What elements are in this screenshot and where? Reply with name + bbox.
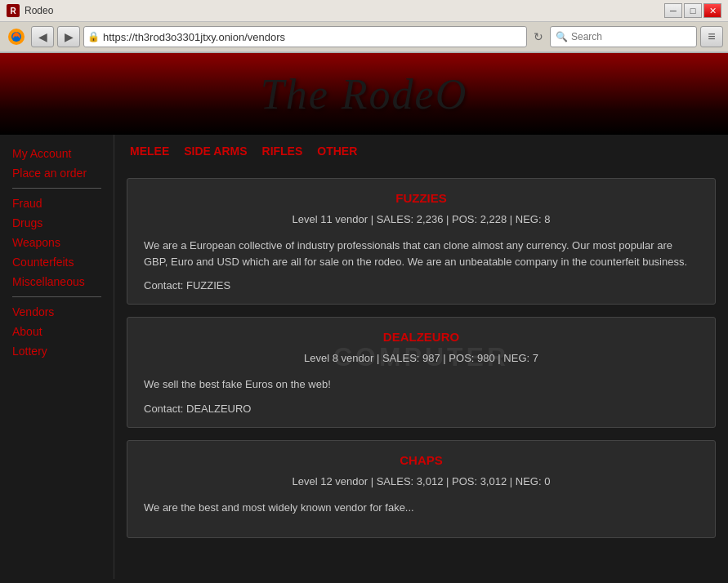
back-button[interactable]: ◀ bbox=[31, 26, 54, 47]
vendor-desc-chaps: We are the best and most widely known ve… bbox=[144, 500, 699, 516]
side-arms-tab[interactable]: SIDE ARMS bbox=[181, 143, 250, 159]
vendor-desc-dealzeuro: We sell the best fake Euros on the web! bbox=[144, 376, 699, 393]
vendor-stats-fuzzies: Level 11 vendor | SALES: 2,236 | POS: 2,… bbox=[144, 213, 699, 225]
content-area: MELEE SIDE ARMS RIFLES OTHER COMPUTER FU… bbox=[114, 135, 728, 579]
reload-button[interactable]: ↻ bbox=[530, 30, 547, 43]
vendor-card-chaps: CHAPS Level 12 vendor | SALES: 3,012 | P… bbox=[127, 440, 716, 539]
browser-toolbar: ◀ ▶ 🔒 https://th3rod3o3301jtxy.onion/ven… bbox=[0, 22, 728, 52]
sidebar-divider-1 bbox=[12, 188, 101, 189]
sub-nav: MELEE SIDE ARMS RIFLES OTHER bbox=[127, 143, 716, 166]
main-layout: My Account Place an order Fraud Drugs We… bbox=[0, 135, 728, 579]
vendor-card-fuzzies: FUZZIES Level 11 vendor | SALES: 2,236 |… bbox=[127, 178, 716, 305]
window-title: Rodeo bbox=[25, 5, 53, 16]
search-icon: 🔍 bbox=[556, 31, 568, 42]
sidebar-item-about[interactable]: About bbox=[12, 325, 101, 338]
forward-button[interactable]: ▶ bbox=[57, 26, 80, 47]
sidebar-item-weapons[interactable]: Weapons bbox=[12, 236, 101, 249]
melee-tab[interactable]: MELEE bbox=[127, 143, 172, 159]
close-button[interactable]: ✕ bbox=[703, 3, 721, 18]
vendor-contact-dealzeuro: Contact: DEALZEURO bbox=[144, 403, 699, 415]
vendor-name-fuzzies: FUZZIES bbox=[144, 191, 699, 205]
sidebar-item-drugs[interactable]: Drugs bbox=[12, 216, 101, 229]
search-bar[interactable]: 🔍 bbox=[550, 26, 697, 47]
browser-logo-icon bbox=[5, 25, 28, 48]
site-header: The RodeO bbox=[0, 53, 728, 135]
title-bar: R Rodeo ─ □ ✕ bbox=[0, 0, 728, 22]
vendor-contact-fuzzies: Contact: FUZZIES bbox=[144, 279, 699, 292]
sidebar-item-lottery[interactable]: Lottery bbox=[12, 345, 101, 358]
page-content: The RodeO My Account Place an order Frau… bbox=[0, 53, 728, 579]
rifles-tab[interactable]: RIFLES bbox=[259, 143, 306, 159]
sidebar-divider-2 bbox=[12, 296, 101, 297]
other-tab[interactable]: OTHER bbox=[314, 143, 360, 159]
maximize-button[interactable]: □ bbox=[684, 3, 702, 18]
sidebar-item-counterfeits[interactable]: Counterfeits bbox=[12, 256, 101, 269]
sidebar-item-miscellaneous[interactable]: Miscellaneous bbox=[12, 275, 101, 288]
sidebar-item-fraud[interactable]: Fraud bbox=[12, 197, 101, 210]
sidebar-item-place-order[interactable]: Place an order bbox=[12, 167, 101, 180]
browser-menu-button[interactable]: ≡ bbox=[700, 26, 723, 47]
vendor-stats-dealzeuro: Level 8 vendor | SALES: 987 | POS: 980 |… bbox=[144, 352, 699, 364]
app-icon: R bbox=[7, 4, 20, 17]
vendor-stats-chaps: Level 12 vendor | SALES: 3,012 | POS: 3,… bbox=[144, 475, 699, 487]
sidebar-item-vendors[interactable]: Vendors bbox=[12, 305, 101, 318]
vendor-name-chaps: CHAPS bbox=[144, 453, 699, 467]
site-title: The RodeO bbox=[261, 70, 467, 118]
vendor-name-dealzeuro: DEALZEURO bbox=[144, 330, 699, 344]
sidebar: My Account Place an order Fraud Drugs We… bbox=[0, 135, 114, 579]
sidebar-item-my-account[interactable]: My Account bbox=[12, 147, 101, 160]
vendor-desc-fuzzies: We are a European collective of industry… bbox=[144, 238, 699, 269]
minimize-button[interactable]: ─ bbox=[664, 3, 682, 18]
search-input[interactable] bbox=[571, 31, 694, 42]
url-text: https://th3rod3o3301jtxy.onion/vendors bbox=[103, 31, 523, 43]
security-lock-icon: 🔒 bbox=[87, 31, 100, 42]
window-controls: ─ □ ✕ bbox=[664, 3, 721, 18]
browser-chrome: R Rodeo ─ □ ✕ ◀ ▶ 🔒 https://th3rod3o3301… bbox=[0, 0, 728, 53]
url-bar[interactable]: 🔒 https://th3rod3o3301jtxy.onion/vendors bbox=[83, 26, 527, 47]
vendor-card-dealzeuro: DEALZEURO Level 8 vendor | SALES: 987 | … bbox=[127, 317, 716, 428]
